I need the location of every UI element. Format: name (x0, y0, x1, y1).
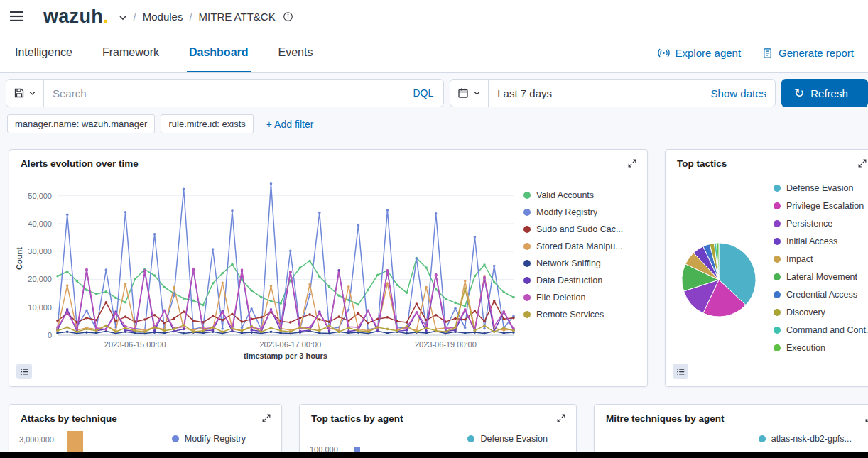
legend-item[interactable]: Network Sniffing (523, 257, 643, 270)
top-tactics-chart[interactable] (673, 234, 765, 326)
legend-dot (172, 435, 179, 442)
legend-item[interactable]: File Deletion (523, 291, 643, 304)
legend-item[interactable]: Defense Evasion (774, 182, 868, 195)
hamburger-menu-button[interactable] (0, 0, 33, 33)
svg-text:Count: Count (15, 247, 23, 270)
add-filter-link[interactable]: + Add filter (266, 119, 314, 130)
legend-dot (774, 291, 781, 298)
alerts-evolution-chart[interactable]: 010,00020,00030,00040,00050,0002023-06-1… (13, 170, 523, 364)
legend-item[interactable]: Modify Registry (523, 206, 643, 219)
legend-item[interactable]: Command and Cont... (774, 324, 868, 337)
legend-item[interactable]: Remote Services (523, 308, 643, 321)
panel-attacks-by-technique: Attacks by technique 3,000,000 Modify Re… (9, 404, 282, 458)
dashboard-row-1: Alerts evolution over time 010,00020,000… (0, 133, 868, 387)
breadcrumb: / Modules / MITRE ATT&CK (134, 11, 293, 23)
expand-icon[interactable] (261, 413, 271, 423)
logo-chevron-down-icon[interactable] (118, 13, 128, 23)
expand-icon[interactable] (857, 158, 867, 168)
svg-text:2023-06-19 00:00: 2023-06-19 00:00 (415, 340, 477, 349)
svg-text:2023-06-15 00:00: 2023-06-15 00:00 (104, 340, 166, 349)
panel-title: Top tactics (677, 158, 727, 169)
legend-item[interactable]: Discovery (774, 306, 868, 319)
refresh-button[interactable]: ↻ Refresh (781, 79, 868, 107)
tab-framework[interactable]: Framework (100, 33, 161, 72)
legend-item[interactable]: Lateral Movement (774, 271, 868, 283)
expand-icon[interactable] (556, 413, 566, 423)
tab-intelligence[interactable]: Intelligence (13, 33, 75, 72)
legend-label: Network Sniffing (536, 257, 601, 270)
panel-title: Attacks by technique (21, 413, 117, 424)
legend-dot (774, 238, 781, 245)
legend-item[interactable]: Execution (774, 342, 868, 354)
legend-label: Privilege Escalation (786, 200, 864, 212)
legend-item[interactable]: Defense Evasion (467, 434, 548, 444)
tab-dashboard[interactable]: Dashboard (187, 33, 251, 72)
svg-text:0: 0 (48, 331, 52, 339)
saved-queries-button[interactable] (6, 80, 44, 107)
alerts-legend: Valid AccountsModify RegistrySudo and Su… (523, 189, 643, 364)
generate-report-link[interactable]: Generate report (762, 47, 854, 59)
wazuh-logo[interactable]: wazuh. (33, 6, 113, 28)
search-input[interactable] (44, 80, 403, 107)
legend-label: Valid Accounts (536, 189, 594, 202)
legend-label: Execution (786, 342, 825, 354)
expand-icon[interactable] (864, 413, 868, 423)
tab-events[interactable]: Events (276, 33, 315, 72)
legend-item[interactable]: Sudo and Sudo Cac... (523, 223, 643, 236)
legend-dot (523, 294, 531, 301)
legend-dot (523, 209, 531, 216)
list-icon (20, 367, 29, 376)
legend-item[interactable]: Credential Access (774, 288, 868, 301)
alerts-chart-body: 010,00020,00030,00040,00050,0002023-06-1… (9, 169, 647, 364)
tactics-chart-body: Defense EvasionPrivilege EscalationPersi… (666, 169, 868, 354)
page-body: DQL Last 7 days Show dates ↻ Refresh man… (0, 73, 868, 458)
legend-item[interactable]: Data Destruction (523, 274, 643, 287)
legend-item[interactable]: atlas-nsk-db2-gpfs... (759, 434, 852, 444)
filter-pill-manager-name[interactable]: manager.name: wazuh.manager (7, 114, 155, 133)
legend-item[interactable]: Persistence (774, 217, 868, 230)
breadcrumb-separator: / (189, 11, 192, 23)
legend-item[interactable]: Initial Access (774, 235, 868, 248)
legend-label: Defense Evasion (786, 182, 854, 195)
legend-toggle-button[interactable] (16, 364, 32, 379)
explore-agent-link[interactable]: Explore agent (658, 47, 742, 59)
search-box: DQL (6, 79, 444, 107)
quick-select-date-button[interactable] (450, 80, 489, 107)
hamburger-icon (10, 11, 23, 21)
breadcrumb-mitre-attack: MITRE ATT&CK (199, 11, 276, 23)
legend-item[interactable]: Stored Data Manipu... (523, 240, 643, 253)
breadcrumb-modules[interactable]: Modules (143, 11, 183, 23)
legend-dot (523, 226, 531, 233)
logo-text: wazuh (43, 7, 103, 26)
refresh-icon: ↻ (794, 87, 804, 99)
query-language-button[interactable]: DQL (403, 87, 443, 99)
legend-item[interactable]: Privilege Escalation (774, 200, 868, 212)
expand-icon[interactable] (627, 158, 637, 168)
bottom-black-bar (0, 452, 868, 458)
logo-dot: . (103, 6, 109, 28)
legend-item[interactable]: Impact (774, 253, 868, 266)
legend-item[interactable]: Modify Registry (172, 434, 246, 444)
legend-dot (774, 202, 781, 209)
legend-label: Data Destruction (536, 274, 602, 287)
legend-dot (774, 309, 781, 316)
legend-label: Command and Cont... (786, 324, 868, 337)
legend-label: Lateral Movement (786, 271, 857, 283)
show-dates-link[interactable]: Show dates (702, 87, 775, 99)
date-picker: Last 7 days Show dates (450, 79, 776, 107)
legend-dot (774, 220, 781, 227)
panel-title: Top tactics by agent (311, 413, 403, 424)
date-range-value[interactable]: Last 7 days (489, 87, 702, 99)
svg-text:timestamp per 3 hours: timestamp per 3 hours (244, 351, 327, 360)
svg-text:20,000: 20,000 (28, 275, 52, 283)
list-icon (676, 367, 685, 376)
legend-item[interactable]: Valid Accounts (523, 189, 643, 202)
chevron-down-icon (473, 89, 481, 97)
legend-dot (774, 256, 781, 263)
top-tactics-legend: Defense EvasionPrivilege EscalationPersi… (774, 182, 868, 354)
panel-title: Alerts evolution over time (21, 158, 139, 169)
legend-toggle-button[interactable] (673, 364, 688, 379)
info-icon[interactable] (283, 11, 293, 22)
filter-pill-rule-mitre-id[interactable]: rule.mitre.id: exists (161, 114, 253, 133)
breadcrumb-separator: / (134, 11, 136, 23)
